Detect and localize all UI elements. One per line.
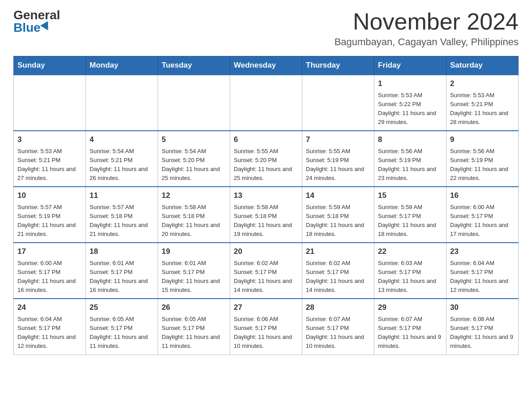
day-number: 13 [234,190,298,201]
col-tuesday: Tuesday [158,56,230,75]
day-number: 22 [378,246,442,257]
col-monday: Monday [86,56,158,75]
calendar-cell: 4Sunrise: 5:54 AMSunset: 5:21 PMDaylight… [86,131,158,187]
day-info: Sunrise: 5:53 AMSunset: 5:21 PMDaylight:… [450,91,515,127]
calendar-cell: 20Sunrise: 6:02 AMSunset: 5:17 PMDayligh… [230,243,302,299]
calendar-cell: 27Sunrise: 6:06 AMSunset: 5:17 PMDayligh… [230,299,302,355]
calendar-cell: 18Sunrise: 6:01 AMSunset: 5:17 PMDayligh… [86,243,158,299]
day-number: 4 [90,134,154,146]
day-info: Sunrise: 5:58 AMSunset: 5:18 PMDaylight:… [162,203,226,239]
day-info: Sunrise: 5:54 AMSunset: 5:20 PMDaylight:… [162,147,226,183]
calendar-cell: 15Sunrise: 5:59 AMSunset: 5:17 PMDayligh… [374,187,446,243]
day-number: 17 [17,246,82,257]
day-number: 20 [234,246,298,257]
day-info: Sunrise: 5:53 AMSunset: 5:21 PMDaylight:… [17,147,82,183]
day-info: Sunrise: 5:58 AMSunset: 5:18 PMDaylight:… [234,203,298,239]
day-info: Sunrise: 6:00 AMSunset: 5:17 PMDaylight:… [17,259,82,295]
day-info: Sunrise: 5:54 AMSunset: 5:21 PMDaylight:… [90,147,154,183]
calendar-cell: 29Sunrise: 6:07 AMSunset: 5:17 PMDayligh… [374,299,446,355]
day-number: 2 [450,78,515,90]
day-info: Sunrise: 5:56 AMSunset: 5:19 PMDaylight:… [450,147,515,183]
col-saturday: Saturday [446,56,519,75]
calendar-cell: 21Sunrise: 6:02 AMSunset: 5:17 PMDayligh… [302,243,374,299]
day-number: 1 [378,78,442,90]
col-friday: Friday [374,56,446,75]
week-row-3: 10Sunrise: 5:57 AMSunset: 5:19 PMDayligh… [14,187,519,243]
day-number: 3 [17,134,82,146]
calendar-cell: 23Sunrise: 6:04 AMSunset: 5:17 PMDayligh… [446,243,519,299]
calendar-header-row: Sunday Monday Tuesday Wednesday Thursday… [14,56,519,75]
day-info: Sunrise: 6:02 AMSunset: 5:17 PMDaylight:… [234,259,298,295]
calendar-cell: 6Sunrise: 5:55 AMSunset: 5:20 PMDaylight… [230,131,302,187]
col-sunday: Sunday [14,56,86,75]
logo-blue-text: Blue [13,21,51,34]
day-info: Sunrise: 6:08 AMSunset: 5:17 PMDaylight:… [450,315,515,351]
col-thursday: Thursday [302,56,374,75]
day-info: Sunrise: 6:01 AMSunset: 5:17 PMDaylight:… [162,259,226,295]
day-number: 15 [378,190,442,201]
logo-triangle-icon [40,21,52,33]
day-number: 6 [234,134,298,146]
day-number: 30 [450,302,515,313]
logo: General Blue [13,9,60,34]
calendar-cell: 24Sunrise: 6:04 AMSunset: 5:17 PMDayligh… [14,299,86,355]
day-info: Sunrise: 6:05 AMSunset: 5:17 PMDaylight:… [162,315,226,351]
calendar-cell [14,75,86,131]
day-number: 26 [162,302,226,313]
day-info: Sunrise: 6:05 AMSunset: 5:17 PMDaylight:… [90,315,154,351]
day-number: 5 [162,134,226,146]
title-block: November 2024 Bagumbayan, Cagayan Valley… [335,9,519,48]
calendar-cell: 26Sunrise: 6:05 AMSunset: 5:17 PMDayligh… [158,299,230,355]
calendar-cell: 8Sunrise: 5:56 AMSunset: 5:19 PMDaylight… [374,131,446,187]
day-number: 7 [306,134,370,146]
calendar-cell: 25Sunrise: 6:05 AMSunset: 5:17 PMDayligh… [86,299,158,355]
day-number: 27 [234,302,298,313]
page-header: General Blue November 2024 Bagumbayan, C… [13,9,519,48]
location-subtitle: Bagumbayan, Cagayan Valley, Philippines [335,36,519,48]
calendar-cell: 30Sunrise: 6:08 AMSunset: 5:17 PMDayligh… [446,299,519,355]
calendar-cell: 13Sunrise: 5:58 AMSunset: 5:18 PMDayligh… [230,187,302,243]
day-info: Sunrise: 6:01 AMSunset: 5:17 PMDaylight:… [90,259,154,295]
col-wednesday: Wednesday [230,56,302,75]
day-info: Sunrise: 6:04 AMSunset: 5:17 PMDaylight:… [17,315,82,351]
day-number: 29 [378,302,442,313]
day-number: 24 [17,302,82,313]
day-info: Sunrise: 5:55 AMSunset: 5:20 PMDaylight:… [234,147,298,183]
calendar-cell [230,75,302,131]
calendar-cell: 17Sunrise: 6:00 AMSunset: 5:17 PMDayligh… [14,243,86,299]
week-row-5: 24Sunrise: 6:04 AMSunset: 5:17 PMDayligh… [14,299,519,355]
day-info: Sunrise: 5:57 AMSunset: 5:18 PMDaylight:… [90,203,154,239]
calendar-cell: 22Sunrise: 6:03 AMSunset: 5:17 PMDayligh… [374,243,446,299]
day-number: 19 [162,246,226,257]
logo-general-text: General [13,9,60,21]
day-number: 9 [450,134,515,146]
calendar-table: Sunday Monday Tuesday Wednesday Thursday… [13,56,519,355]
calendar-cell: 7Sunrise: 5:55 AMSunset: 5:19 PMDaylight… [302,131,374,187]
day-info: Sunrise: 6:07 AMSunset: 5:17 PMDaylight:… [306,315,370,351]
calendar-cell [86,75,158,131]
calendar-cell [302,75,374,131]
day-number: 23 [450,246,515,257]
day-info: Sunrise: 5:53 AMSunset: 5:22 PMDaylight:… [378,91,442,127]
month-year-title: November 2024 [335,9,519,34]
day-info: Sunrise: 6:07 AMSunset: 5:17 PMDaylight:… [378,315,442,351]
day-info: Sunrise: 5:59 AMSunset: 5:18 PMDaylight:… [306,203,370,239]
day-number: 28 [306,302,370,313]
day-number: 25 [90,302,154,313]
day-info: Sunrise: 5:55 AMSunset: 5:19 PMDaylight:… [306,147,370,183]
day-number: 11 [90,190,154,201]
day-number: 21 [306,246,370,257]
day-info: Sunrise: 5:56 AMSunset: 5:19 PMDaylight:… [378,147,442,183]
day-info: Sunrise: 6:00 AMSunset: 5:17 PMDaylight:… [450,203,515,239]
calendar-cell: 19Sunrise: 6:01 AMSunset: 5:17 PMDayligh… [158,243,230,299]
calendar-cell: 10Sunrise: 5:57 AMSunset: 5:19 PMDayligh… [14,187,86,243]
day-info: Sunrise: 6:02 AMSunset: 5:17 PMDaylight:… [306,259,370,295]
day-info: Sunrise: 5:57 AMSunset: 5:19 PMDaylight:… [17,203,82,239]
calendar-cell: 3Sunrise: 5:53 AMSunset: 5:21 PMDaylight… [14,131,86,187]
calendar-cell [158,75,230,131]
week-row-1: 1Sunrise: 5:53 AMSunset: 5:22 PMDaylight… [14,75,519,131]
calendar-cell: 5Sunrise: 5:54 AMSunset: 5:20 PMDaylight… [158,131,230,187]
day-number: 14 [306,190,370,201]
calendar-cell: 2Sunrise: 5:53 AMSunset: 5:21 PMDaylight… [446,75,519,131]
week-row-4: 17Sunrise: 6:00 AMSunset: 5:17 PMDayligh… [14,243,519,299]
